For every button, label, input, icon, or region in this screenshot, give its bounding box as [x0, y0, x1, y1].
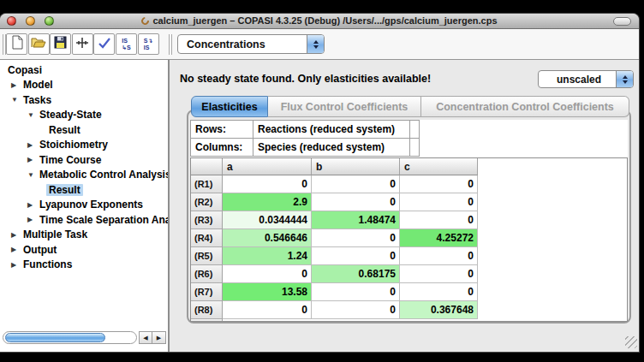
annotation-value: [410, 120, 420, 139]
row-header-r3[interactable]: (R3): [191, 211, 223, 229]
scroll-right-button[interactable]: ▶: [152, 331, 166, 344]
commit-button[interactable]: [93, 33, 115, 55]
annotation-row: Columns:Species (reduced system): [190, 139, 628, 157]
chevron-down-icon[interactable]: ▼: [27, 171, 37, 179]
sidebar-item-output[interactable]: ▶Output: [0, 242, 168, 258]
toolbar-toggle-button[interactable]: [613, 17, 631, 26]
table-cell[interactable]: 0: [400, 211, 478, 229]
result-tabs: ElasticitiesFlux Control CoefficientsCon…: [191, 96, 629, 117]
table-cell[interactable]: 0: [400, 193, 478, 211]
chevron-right-icon[interactable]: ▶: [11, 261, 21, 269]
new-file-button[interactable]: [6, 33, 27, 55]
chevron-right-icon[interactable]: ▶: [27, 216, 37, 223]
scale-selector-dropdown[interactable]: unscaled: [538, 70, 634, 88]
sidebar-item-label: Multiple Task: [21, 228, 90, 240]
tab-flux-control-coefficients[interactable]: Flux Control Coefficients: [268, 96, 421, 117]
table-cell[interactable]: 1.48474: [312, 211, 400, 229]
sidebar-item-metabolic-control-analysis[interactable]: ▼Metabolic Control Analysis: [0, 168, 168, 183]
update-model-button[interactable]: [72, 33, 93, 55]
row-header-r1[interactable]: (R1): [191, 175, 223, 193]
is-to-s-button[interactable]: IS↳S: [116, 33, 137, 55]
chevron-right-icon[interactable]: ▶: [27, 201, 37, 209]
table-cell[interactable]: 0: [223, 301, 312, 319]
sidebar-item-multiple-task[interactable]: ▶Multiple Task: [0, 228, 168, 243]
sidebar-hscrollbar[interactable]: [3, 331, 137, 344]
row-header-r7[interactable]: (R7): [191, 283, 223, 301]
chevron-right-icon[interactable]: ▶: [27, 156, 37, 163]
table-cell[interactable]: 0: [312, 229, 400, 247]
tab-label: Concentration Control Coefficients: [436, 101, 614, 113]
sidebar-item-stoichiometry[interactable]: ▶Stoichiometry: [0, 138, 168, 153]
sidebar-item-time-course[interactable]: ▶Time Course: [0, 152, 168, 168]
folder-icon: [31, 36, 46, 52]
annotation-value: Species (reduced system): [253, 139, 410, 157]
column-header-c[interactable]: c: [400, 158, 478, 175]
result-panel: No steady state found. Only elasticities…: [170, 60, 639, 352]
is-to-s-icon: IS↳S: [122, 38, 131, 51]
title-bar[interactable]: calcium_juergen – COPASI 4.3.25 (Debug) …: [0, 14, 639, 29]
sidebar-item-functions[interactable]: ▶Functions: [0, 258, 168, 273]
sidebar-item-tasks[interactable]: ▼Tasks: [0, 92, 168, 108]
table-cell[interactable]: 0: [223, 175, 312, 193]
chevron-right-icon[interactable]: ▶: [11, 246, 21, 253]
table-cell[interactable]: 1.24: [223, 247, 312, 265]
table-cell[interactable]: 0: [400, 175, 478, 193]
resize-grip-icon[interactable]: [625, 336, 637, 348]
table-cell[interactable]: 13.58: [223, 283, 312, 301]
table-cell[interactable]: 0: [400, 283, 478, 301]
table-header-row: abc: [191, 158, 627, 175]
tab-concentration-control-coefficients[interactable]: Concentration Control Coefficients: [421, 96, 629, 117]
table-cell[interactable]: 0: [400, 265, 478, 283]
table-row: (R3)0.03444441.484740: [191, 211, 627, 229]
table-cell[interactable]: 0: [400, 247, 478, 265]
chevron-down-icon[interactable]: ▼: [27, 111, 37, 119]
window-title: calcium_juergen – COPASI 4.3.25 (Debug) …: [0, 15, 639, 26]
table-row: (R1)000: [191, 175, 627, 193]
sidebar-item-model[interactable]: ▶Model: [0, 78, 168, 93]
table-cell[interactable]: 0: [223, 265, 312, 283]
sidebar-item-result[interactable]: Result: [0, 182, 168, 198]
tab-elasticities[interactable]: Elasticities: [191, 96, 268, 117]
table-cell[interactable]: 0.367648: [400, 301, 478, 319]
table-cell[interactable]: 0: [312, 283, 400, 301]
chevron-right-icon[interactable]: ▶: [11, 231, 21, 239]
column-header-b[interactable]: b: [312, 158, 400, 175]
table-cell[interactable]: 0: [312, 175, 400, 193]
column-header-a[interactable]: a: [223, 158, 312, 175]
status-message: No steady state found. Only elasticities…: [180, 73, 431, 85]
table-cell[interactable]: 0.546646: [223, 229, 312, 247]
table-cell[interactable]: 0: [312, 301, 400, 319]
dropdown-stepper-icon[interactable]: [307, 35, 324, 53]
chevron-right-icon[interactable]: ▶: [27, 141, 37, 149]
chevron-down-icon[interactable]: ▼: [11, 96, 21, 104]
row-header-r2[interactable]: (R2): [191, 193, 223, 211]
row-header-r4[interactable]: (R4): [191, 229, 223, 247]
row-header-r8[interactable]: (R8): [191, 301, 223, 319]
task-selector-dropdown[interactable]: Concentrations: [177, 34, 325, 54]
dropdown-stepper-icon[interactable]: [616, 71, 633, 87]
task-selector-value: Concentrations: [178, 39, 307, 50]
table-cell[interactable]: 0: [312, 193, 400, 211]
sidebar-item-label: Time Course: [37, 154, 104, 166]
save-button[interactable]: [50, 33, 71, 55]
sidebar-item-result[interactable]: Result: [0, 122, 168, 138]
chevron-right-icon[interactable]: ▶: [11, 81, 21, 89]
sidebar-item-steady-state[interactable]: ▼Steady-State: [0, 108, 168, 123]
elasticities-table: abc(R1)000(R2)2.900(R3)0.03444441.484740…: [190, 157, 628, 322]
sidebar-item-lyapunov-exponents[interactable]: ▶Lyapunov Exponents: [0, 198, 168, 213]
s-to-is-button[interactable]: S↴IS: [138, 33, 159, 55]
desktop: { "window": { "title": "calcium_juergen …: [0, 0, 644, 362]
table-cell[interactable]: 2.9: [223, 193, 312, 211]
row-header-r6[interactable]: (R6): [191, 265, 223, 283]
table-cell[interactable]: 0.68175: [312, 265, 400, 283]
open-file-button[interactable]: [28, 33, 50, 55]
row-header-r5[interactable]: (R5): [191, 247, 223, 265]
scroll-left-button[interactable]: ◀: [139, 331, 152, 344]
annotation-value: Reactions (reduced system): [253, 120, 410, 139]
table-cell[interactable]: 4.25272: [400, 229, 478, 247]
sidebar-item-copasi[interactable]: Copasi: [0, 62, 168, 78]
sidebar-hscrollbar-thumb[interactable]: [5, 333, 105, 342]
table-cell[interactable]: 0: [312, 247, 400, 265]
table-cell[interactable]: 0.0344444: [223, 211, 312, 229]
sidebar-item-time-scale-separation-analy[interactable]: ▶Time Scale Separation Analy: [0, 212, 168, 228]
